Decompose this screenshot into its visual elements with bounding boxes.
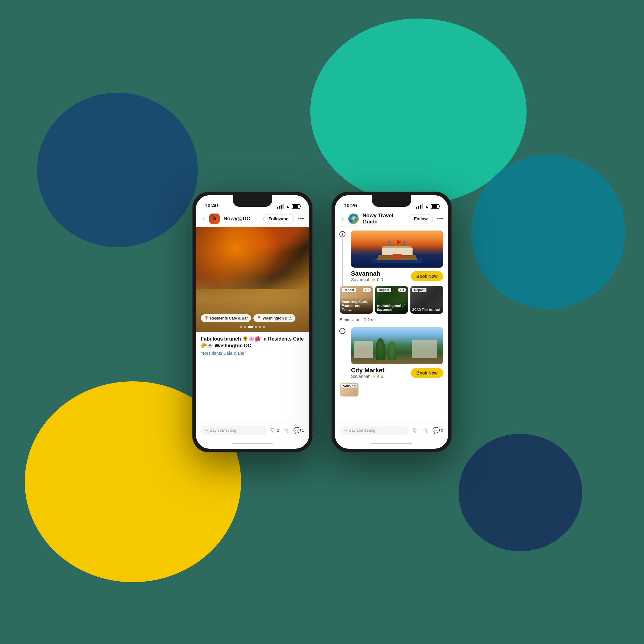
say-something-input-2[interactable]: ✏ Say something...	[340, 426, 409, 435]
sub-card-2[interactable]: Repost ♥1 enchanting soul of Savannah	[375, 286, 408, 314]
battery-icon-2	[431, 204, 439, 209]
post-link-1[interactable]: ^Residents Cafe & Bar^	[201, 351, 304, 356]
repost-thumb: Repost ♥0	[340, 383, 358, 396]
phones-container: 10:40 ▲ ‹ 🏛	[192, 192, 452, 452]
like-tag-1[interactable]: ♥1	[363, 288, 371, 292]
notch-2	[372, 195, 411, 207]
screen-2: 10:26 ▲ ‹ 🌍	[335, 195, 448, 449]
dest-sub-citymarket: Savannah ★ 4.6	[351, 374, 384, 379]
dest-image-savannah	[351, 231, 443, 268]
like-tag-2[interactable]: ♥1	[398, 288, 406, 292]
say-something-input-1[interactable]: ✏ Say something...	[201, 426, 267, 435]
nav-bar-1: ‹ 🏛 Nowy@DC Following •••	[196, 211, 309, 227]
repost-strip: Repost ♥0	[335, 383, 448, 399]
sub-card-label-1: Armstrong Kessler Mansion near Forsy...	[342, 300, 371, 312]
location-tags: 📍 Residents Cafe & Bar 📍 Washington D.C.	[196, 314, 309, 322]
timeline-dot-3: 3	[339, 328, 345, 334]
status-icons-2: ▲	[416, 204, 439, 209]
like-button-1[interactable]: ♡ 2	[270, 427, 279, 434]
action-bar-2: ✏ Say something... ♡ ☆ 💬 0	[335, 422, 448, 438]
destination-citymarket: 3	[335, 324, 448, 383]
sub-card-label-2: enchanting soul of Savannah	[377, 304, 406, 312]
repost-tag-2[interactable]: Repost	[377, 288, 391, 292]
screen-1: 10:40 ▲ ‹ 🏛	[196, 195, 309, 449]
comment-button-1[interactable]: 💬 1	[293, 427, 304, 434]
status-icons-1: ▲	[277, 204, 300, 209]
nav-avatar-1: 🏛	[209, 214, 220, 224]
blob-teal-right	[471, 155, 625, 309]
hero-image-1: 📍 Residents Cafe & Bar 📍 Washington D.C.	[196, 227, 309, 332]
destination-savannah: 2	[335, 227, 448, 286]
travel-distance: 0.2 mi	[364, 317, 375, 322]
more-button-1[interactable]: •••	[298, 215, 304, 222]
sub-card-label-3: SCAD Film festival	[412, 308, 441, 312]
sub-card-3[interactable]: Repost SCAD Film festival	[410, 286, 443, 314]
sub-card-1[interactable]: Repost ♥1 Armstrong Kessler Mansion near…	[340, 286, 373, 314]
dest-card-citymarket: City Market Savannah ★ 4.6 Book Now	[346, 324, 448, 383]
star-button-1[interactable]: ☆	[283, 427, 289, 434]
image-dots-1	[240, 326, 265, 328]
blob-dark-right	[459, 434, 582, 551]
action-icons-2: ♡ ☆ 💬 0	[413, 427, 443, 434]
nav-title-1: Nowy@DC	[223, 216, 259, 222]
repost-tag-3[interactable]: Repost	[412, 288, 426, 292]
signal-icon-2	[416, 204, 423, 209]
timeline-dot-2: 2	[339, 231, 345, 237]
sub-cards: Repost ♥1 Armstrong Kessler Mansion near…	[335, 286, 448, 316]
status-time-2: 10:26	[344, 203, 357, 209]
battery-icon-1	[292, 204, 300, 209]
travel-time: 5 mins	[340, 317, 353, 322]
repost-tag-1[interactable]: Repost	[342, 288, 356, 292]
action-bar-1: ✏ Say something... ♡ 2 ☆ 💬 1	[196, 422, 309, 438]
back-button-1[interactable]: ‹	[201, 214, 205, 224]
phone-1: 10:40 ▲ ‹ 🏛	[192, 192, 313, 452]
following-button[interactable]: Following	[263, 214, 294, 223]
action-icons-1: ♡ 2 ☆ 💬 1	[270, 427, 304, 434]
distance-row: 5 mins ➤ 0.2 mi	[335, 316, 448, 324]
more-button-2[interactable]: •••	[437, 215, 443, 222]
nav-title-2: Nowy Travel Guide	[362, 213, 405, 225]
home-indicator-2	[335, 438, 448, 449]
location-tag-dc[interactable]: 📍 Washington D.C.	[253, 314, 295, 322]
back-button-2[interactable]: ‹	[340, 214, 345, 224]
comment-button-2[interactable]: 💬 0	[432, 427, 443, 434]
star-button-2[interactable]: ☆	[422, 427, 428, 434]
svg-rect-2	[392, 254, 402, 259]
signal-icon-1	[277, 204, 284, 209]
dest-card-savannah: Savannah Savannah ★ 0.0 Book Now	[346, 227, 448, 286]
direction-icon: ➤	[356, 317, 360, 322]
blob-blue-left	[37, 93, 198, 247]
post-title-1: Fabulous brunch 🌻🌸🌺 in Residents Cafe 🥐☕…	[201, 336, 304, 350]
nav-avatar-2: 🌍	[348, 214, 359, 224]
dest-info-savannah: Savannah Savannah ★ 0.0 Book Now	[351, 270, 443, 282]
dest-info-citymarket: City Market Savannah ★ 4.6 Book Now	[351, 367, 443, 379]
dest-name-savannah: Savannah	[351, 270, 383, 277]
home-indicator-1	[196, 438, 309, 449]
notch-1	[233, 195, 272, 207]
post-content-1: Fabulous brunch 🌻🌸🌺 in Residents Cafe 🥐☕…	[196, 332, 309, 422]
scroll-content-2: 2	[335, 227, 448, 422]
dest-name-citymarket: City Market	[351, 367, 384, 374]
status-time-1: 10:40	[205, 203, 218, 209]
wifi-icon-2: ▲	[425, 204, 429, 209]
location-tag-cafe[interactable]: 📍 Residents Cafe & Bar	[201, 314, 251, 322]
book-button-savannah[interactable]: Book Now	[411, 271, 443, 281]
dest-sub-savannah: Savannah ★ 0.0	[351, 277, 383, 282]
like-button-2[interactable]: ♡	[413, 427, 418, 434]
phone-2: 10:26 ▲ ‹ 🌍	[331, 192, 452, 452]
dest-image-citymarket	[351, 327, 443, 364]
book-button-citymarket[interactable]: Book Now	[411, 368, 443, 378]
follow-button-2[interactable]: Follow	[409, 214, 433, 223]
nav-bar-2: ‹ 🌍 Nowy Travel Guide Follow •••	[335, 211, 448, 227]
wifi-icon-1: ▲	[286, 204, 290, 209]
